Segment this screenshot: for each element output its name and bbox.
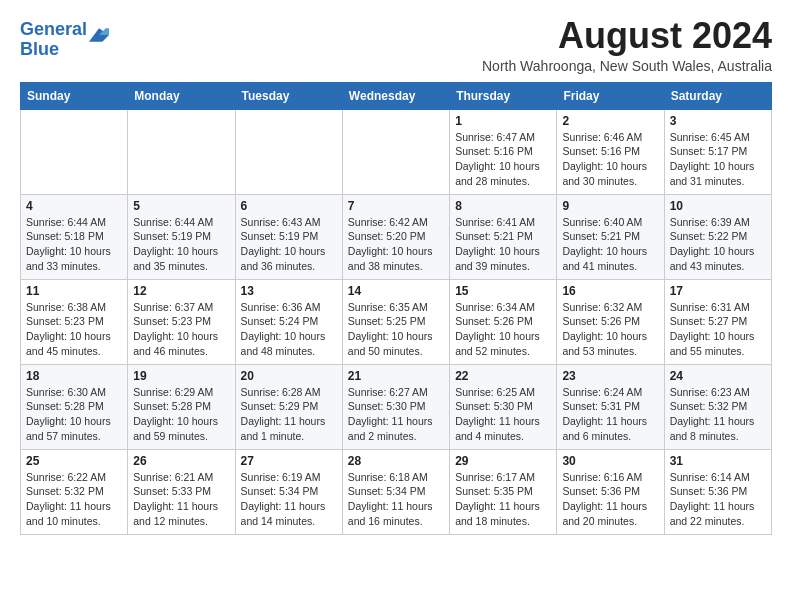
day-info: Sunrise: 6:21 AM Sunset: 5:33 PM Dayligh… [133, 471, 218, 527]
day-info: Sunrise: 6:38 AM Sunset: 5:23 PM Dayligh… [26, 301, 111, 357]
calendar-cell: 8Sunrise: 6:41 AM Sunset: 5:21 PM Daylig… [450, 194, 557, 279]
day-number: 18 [26, 369, 122, 383]
calendar-cell: 12Sunrise: 6:37 AM Sunset: 5:23 PM Dayli… [128, 279, 235, 364]
calendar-cell: 15Sunrise: 6:34 AM Sunset: 5:26 PM Dayli… [450, 279, 557, 364]
calendar-cell: 31Sunrise: 6:14 AM Sunset: 5:36 PM Dayli… [664, 449, 771, 534]
day-number: 26 [133, 454, 229, 468]
calendar-cell: 10Sunrise: 6:39 AM Sunset: 5:22 PM Dayli… [664, 194, 771, 279]
calendar-cell: 26Sunrise: 6:21 AM Sunset: 5:33 PM Dayli… [128, 449, 235, 534]
day-number: 2 [562, 114, 658, 128]
day-info: Sunrise: 6:31 AM Sunset: 5:27 PM Dayligh… [670, 301, 755, 357]
day-number: 27 [241, 454, 337, 468]
calendar-cell: 17Sunrise: 6:31 AM Sunset: 5:27 PM Dayli… [664, 279, 771, 364]
calendar-table: SundayMondayTuesdayWednesdayThursdayFrid… [20, 82, 772, 535]
day-info: Sunrise: 6:36 AM Sunset: 5:24 PM Dayligh… [241, 301, 326, 357]
calendar-cell: 30Sunrise: 6:16 AM Sunset: 5:36 PM Dayli… [557, 449, 664, 534]
header-monday: Monday [128, 82, 235, 109]
calendar-cell: 18Sunrise: 6:30 AM Sunset: 5:28 PM Dayli… [21, 364, 128, 449]
day-info: Sunrise: 6:47 AM Sunset: 5:16 PM Dayligh… [455, 131, 540, 187]
calendar-cell: 13Sunrise: 6:36 AM Sunset: 5:24 PM Dayli… [235, 279, 342, 364]
day-number: 17 [670, 284, 766, 298]
day-number: 19 [133, 369, 229, 383]
logo: General Blue [20, 20, 109, 60]
week-row-2: 4Sunrise: 6:44 AM Sunset: 5:18 PM Daylig… [21, 194, 772, 279]
day-number: 22 [455, 369, 551, 383]
calendar-cell: 20Sunrise: 6:28 AM Sunset: 5:29 PM Dayli… [235, 364, 342, 449]
logo-icon [89, 28, 109, 42]
day-info: Sunrise: 6:30 AM Sunset: 5:28 PM Dayligh… [26, 386, 111, 442]
calendar-cell: 27Sunrise: 6:19 AM Sunset: 5:34 PM Dayli… [235, 449, 342, 534]
day-info: Sunrise: 6:41 AM Sunset: 5:21 PM Dayligh… [455, 216, 540, 272]
day-number: 1 [455, 114, 551, 128]
day-info: Sunrise: 6:44 AM Sunset: 5:19 PM Dayligh… [133, 216, 218, 272]
day-info: Sunrise: 6:32 AM Sunset: 5:26 PM Dayligh… [562, 301, 647, 357]
page-header: General Blue August 2024 North Wahroonga… [20, 16, 772, 74]
logo-line2: Blue [20, 39, 59, 59]
week-row-5: 25Sunrise: 6:22 AM Sunset: 5:32 PM Dayli… [21, 449, 772, 534]
day-info: Sunrise: 6:46 AM Sunset: 5:16 PM Dayligh… [562, 131, 647, 187]
day-number: 24 [670, 369, 766, 383]
day-number: 3 [670, 114, 766, 128]
day-info: Sunrise: 6:45 AM Sunset: 5:17 PM Dayligh… [670, 131, 755, 187]
calendar-cell: 7Sunrise: 6:42 AM Sunset: 5:20 PM Daylig… [342, 194, 449, 279]
day-number: 20 [241, 369, 337, 383]
calendar-cell [342, 109, 449, 194]
header-thursday: Thursday [450, 82, 557, 109]
day-number: 12 [133, 284, 229, 298]
header-saturday: Saturday [664, 82, 771, 109]
day-number: 14 [348, 284, 444, 298]
calendar-cell: 28Sunrise: 6:18 AM Sunset: 5:34 PM Dayli… [342, 449, 449, 534]
header-wednesday: Wednesday [342, 82, 449, 109]
day-info: Sunrise: 6:35 AM Sunset: 5:25 PM Dayligh… [348, 301, 433, 357]
day-info: Sunrise: 6:16 AM Sunset: 5:36 PM Dayligh… [562, 471, 647, 527]
calendar-cell: 6Sunrise: 6:43 AM Sunset: 5:19 PM Daylig… [235, 194, 342, 279]
day-info: Sunrise: 6:37 AM Sunset: 5:23 PM Dayligh… [133, 301, 218, 357]
calendar-cell: 4Sunrise: 6:44 AM Sunset: 5:18 PM Daylig… [21, 194, 128, 279]
calendar-cell: 5Sunrise: 6:44 AM Sunset: 5:19 PM Daylig… [128, 194, 235, 279]
week-row-3: 11Sunrise: 6:38 AM Sunset: 5:23 PM Dayli… [21, 279, 772, 364]
day-info: Sunrise: 6:29 AM Sunset: 5:28 PM Dayligh… [133, 386, 218, 442]
calendar-cell: 19Sunrise: 6:29 AM Sunset: 5:28 PM Dayli… [128, 364, 235, 449]
month-title: August 2024 [482, 16, 772, 56]
day-number: 5 [133, 199, 229, 213]
calendar-cell: 3Sunrise: 6:45 AM Sunset: 5:17 PM Daylig… [664, 109, 771, 194]
calendar-cell: 21Sunrise: 6:27 AM Sunset: 5:30 PM Dayli… [342, 364, 449, 449]
day-info: Sunrise: 6:42 AM Sunset: 5:20 PM Dayligh… [348, 216, 433, 272]
day-info: Sunrise: 6:34 AM Sunset: 5:26 PM Dayligh… [455, 301, 540, 357]
calendar-cell: 24Sunrise: 6:23 AM Sunset: 5:32 PM Dayli… [664, 364, 771, 449]
day-number: 25 [26, 454, 122, 468]
day-info: Sunrise: 6:25 AM Sunset: 5:30 PM Dayligh… [455, 386, 540, 442]
calendar-cell: 1Sunrise: 6:47 AM Sunset: 5:16 PM Daylig… [450, 109, 557, 194]
day-info: Sunrise: 6:28 AM Sunset: 5:29 PM Dayligh… [241, 386, 326, 442]
header-tuesday: Tuesday [235, 82, 342, 109]
day-number: 7 [348, 199, 444, 213]
calendar-cell: 14Sunrise: 6:35 AM Sunset: 5:25 PM Dayli… [342, 279, 449, 364]
calendar-cell: 11Sunrise: 6:38 AM Sunset: 5:23 PM Dayli… [21, 279, 128, 364]
day-number: 11 [26, 284, 122, 298]
day-info: Sunrise: 6:23 AM Sunset: 5:32 PM Dayligh… [670, 386, 755, 442]
header-sunday: Sunday [21, 82, 128, 109]
day-number: 28 [348, 454, 444, 468]
day-number: 9 [562, 199, 658, 213]
calendar-header-row: SundayMondayTuesdayWednesdayThursdayFrid… [21, 82, 772, 109]
header-friday: Friday [557, 82, 664, 109]
day-number: 29 [455, 454, 551, 468]
day-number: 30 [562, 454, 658, 468]
day-info: Sunrise: 6:44 AM Sunset: 5:18 PM Dayligh… [26, 216, 111, 272]
day-number: 16 [562, 284, 658, 298]
day-number: 10 [670, 199, 766, 213]
day-number: 21 [348, 369, 444, 383]
location: North Wahroonga, New South Wales, Austra… [482, 58, 772, 74]
day-info: Sunrise: 6:22 AM Sunset: 5:32 PM Dayligh… [26, 471, 111, 527]
calendar-cell: 2Sunrise: 6:46 AM Sunset: 5:16 PM Daylig… [557, 109, 664, 194]
title-block: August 2024 North Wahroonga, New South W… [482, 16, 772, 74]
calendar-cell: 23Sunrise: 6:24 AM Sunset: 5:31 PM Dayli… [557, 364, 664, 449]
calendar-cell: 22Sunrise: 6:25 AM Sunset: 5:30 PM Dayli… [450, 364, 557, 449]
day-number: 31 [670, 454, 766, 468]
day-info: Sunrise: 6:39 AM Sunset: 5:22 PM Dayligh… [670, 216, 755, 272]
day-info: Sunrise: 6:24 AM Sunset: 5:31 PM Dayligh… [562, 386, 647, 442]
day-info: Sunrise: 6:18 AM Sunset: 5:34 PM Dayligh… [348, 471, 433, 527]
day-info: Sunrise: 6:43 AM Sunset: 5:19 PM Dayligh… [241, 216, 326, 272]
calendar-cell: 29Sunrise: 6:17 AM Sunset: 5:35 PM Dayli… [450, 449, 557, 534]
day-info: Sunrise: 6:14 AM Sunset: 5:36 PM Dayligh… [670, 471, 755, 527]
